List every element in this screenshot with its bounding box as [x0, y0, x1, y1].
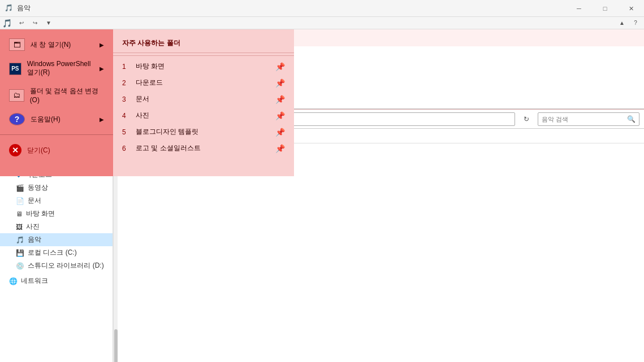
- file-menu-overlay: 🗔 새 창 열기(N) ▶ PS Windows PowerShell 열기(R…: [0, 29, 294, 176]
- doc-icon: 📄: [16, 197, 24, 205]
- menu-new-window[interactable]: 🗔 새 창 열기(N) ▶: [0, 34, 113, 55]
- freq-label-3: 문서: [136, 94, 149, 104]
- search-box[interactable]: 🔍: [538, 112, 639, 126]
- file-menu-left: 🗔 새 창 열기(N) ▶ PS Windows PowerShell 열기(R…: [0, 29, 113, 176]
- freq-item-5[interactable]: 5 블로그디자인 템플릿 📌: [113, 124, 294, 140]
- freq-label-5: 블로그디자인 템플릿: [136, 127, 198, 137]
- sidebar-item-photos[interactable]: 🖼 사진: [0, 220, 113, 233]
- freq-item-6[interactable]: 6 로고 및 소셜일러스트 📌: [113, 140, 294, 156]
- window-icon: 🎵: [5, 4, 14, 13]
- sidebar-scroll-space: [0, 287, 113, 304]
- content-list: [118, 143, 644, 362]
- search-icon: 🔍: [627, 115, 636, 123]
- freq-label-4: 사진: [136, 111, 149, 120]
- video-icon: 🎬: [16, 184, 24, 192]
- menu-help[interactable]: ? 도움말(H) ▶: [0, 108, 113, 130]
- desktop-icon: 🖥: [16, 210, 23, 218]
- qat-dropdown-button[interactable]: ▼: [42, 18, 55, 29]
- powershell-icon: PS: [9, 63, 21, 75]
- disk-d-icon: 💿: [16, 262, 24, 270]
- menu-close[interactable]: ✕ 닫기(C): [0, 139, 113, 161]
- quick-access-toolbar: 🎵 ↩ ↪ ▼ ▲ ?: [0, 17, 644, 29]
- menu-divider: [0, 134, 113, 135]
- pin-icon-4: 📌: [275, 111, 285, 120]
- title-bar: 🎵 음악 ─ □ ✕: [0, 0, 644, 17]
- redo-button[interactable]: ↪: [29, 18, 41, 29]
- freq-num-6: 6: [122, 145, 131, 152]
- freq-num-1: 1: [122, 63, 131, 71]
- freq-item-3[interactable]: 3 문서 📌: [113, 91, 294, 107]
- sidebar-item-local-c[interactable]: 💾 로컬 디스크 (C:): [0, 246, 113, 259]
- new-window-icon: 🗔: [9, 38, 25, 51]
- freq-num-4: 4: [122, 112, 131, 120]
- pin-icon-2: 📌: [275, 78, 285, 88]
- menu-folder-options[interactable]: 🗂 폴더 및 검색 옵션 변경(O): [0, 82, 113, 108]
- ribbon-collapse-button[interactable]: ▲: [616, 18, 628, 29]
- freq-item-4[interactable]: 4 사진 📌: [113, 107, 294, 124]
- freq-label-6: 로고 및 소셜일러스트: [136, 143, 201, 153]
- arrow-icon-help: ▶: [100, 116, 104, 123]
- sidebar-item-docs[interactable]: 📄 문서: [0, 194, 113, 207]
- freq-label-1: 바탕 화면: [136, 62, 165, 71]
- pin-icon-1: 📌: [275, 62, 285, 71]
- search-input[interactable]: [542, 116, 625, 123]
- undo-button[interactable]: ↩: [15, 18, 28, 29]
- freq-divider-top: [113, 55, 294, 56]
- folder-options-icon: 🗂: [9, 89, 24, 102]
- freq-num-2: 2: [122, 79, 131, 87]
- freq-label-2: 다운로드: [136, 78, 163, 88]
- freq-num-3: 3: [122, 95, 131, 103]
- window-title: 음악: [17, 3, 639, 13]
- pin-icon-6: 📌: [275, 144, 285, 153]
- sidebar-item-desktop[interactable]: 🖥 바탕 화면: [0, 207, 113, 220]
- pin-icon-5: 📌: [275, 128, 285, 137]
- close-icon: ✕: [9, 144, 21, 156]
- sidebar-item-music[interactable]: 🎵 음악: [0, 233, 113, 246]
- music-icon: 🎵: [2, 19, 12, 28]
- scrollbar-thumb[interactable]: [114, 329, 118, 362]
- maximize-button[interactable]: □: [592, 0, 618, 17]
- title-bar-controls: ─ □ ✕: [566, 0, 644, 17]
- freq-item-2[interactable]: 2 다운로드 📌: [113, 75, 294, 91]
- photo-icon: 🖼: [16, 223, 23, 231]
- freq-item-1[interactable]: 1 바탕 화면 📌: [113, 58, 294, 75]
- sidebar-item-network[interactable]: 🌐 네트워크: [0, 274, 113, 287]
- network-icon: 🌐: [9, 277, 18, 285]
- arrow-icon: ▶: [100, 42, 104, 48]
- close-button[interactable]: ✕: [618, 0, 644, 17]
- disk-c-icon: 💾: [16, 249, 24, 257]
- pin-icon-3: 📌: [275, 95, 285, 104]
- menu-powershell[interactable]: PS Windows PowerShell 열기(R) ▶: [0, 55, 113, 82]
- file-menu-right: 자주 사용하는 폴더 1 바탕 화면 📌 2 다운로드 📌 3 문서 📌 4 사…: [113, 29, 294, 176]
- sidebar-item-studio-d[interactable]: 💿 스튜디오 라이브러리 (D:): [0, 259, 113, 272]
- freq-num-5: 5: [122, 128, 131, 136]
- refresh-button[interactable]: ↻: [518, 112, 534, 127]
- freq-folder-header: 자주 사용하는 폴더: [113, 34, 294, 53]
- arrow-icon-ps: ▶: [100, 66, 104, 72]
- help-button[interactable]: ?: [629, 18, 642, 29]
- music-icon-sidebar: 🎵: [16, 236, 24, 244]
- help-icon: ?: [9, 113, 25, 125]
- sidebar-item-videos[interactable]: 🎬 동영상: [0, 181, 113, 194]
- minimize-button[interactable]: ─: [566, 0, 592, 17]
